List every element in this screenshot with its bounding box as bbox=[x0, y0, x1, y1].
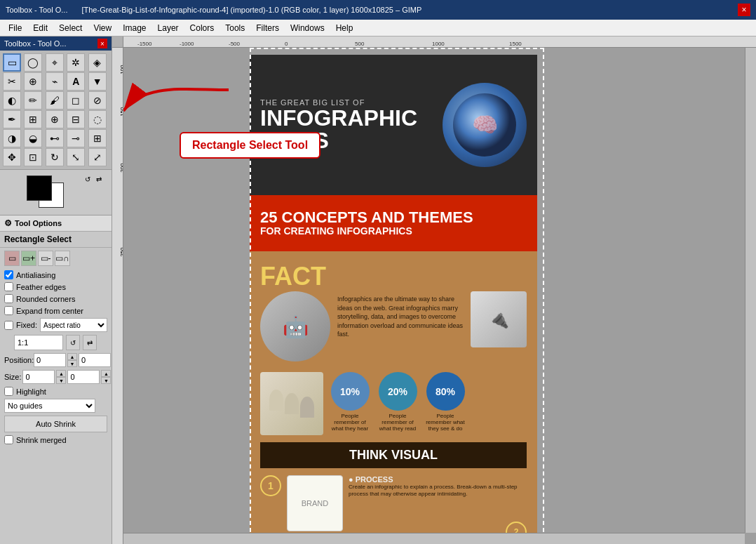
expand-center-checkbox[interactable] bbox=[4, 306, 13, 315]
tool-options-label: Tool Options bbox=[15, 219, 62, 227]
tool-ink[interactable]: ✒ bbox=[3, 110, 21, 128]
ratio-input[interactable] bbox=[14, 335, 63, 350]
tool-options-title: ⚙ Tool Options bbox=[0, 215, 112, 232]
position-x-input[interactable] bbox=[34, 353, 66, 367]
process-number: 1 bbox=[260, 475, 281, 496]
tool-persp-clone[interactable]: ⊟ bbox=[67, 110, 85, 128]
position-x-down[interactable]: ▼ bbox=[67, 360, 77, 367]
mode-replace[interactable]: ▭ bbox=[4, 251, 20, 266]
infog-brown-section: FACT 🤖 Infographics are the ultimate way… bbox=[250, 251, 537, 533]
auto-shrink-button[interactable]: Auto Shrink bbox=[4, 416, 107, 432]
close-button[interactable]: × bbox=[738, 4, 750, 16]
stat-20-label: People remember of what they read bbox=[377, 413, 419, 432]
stat-10: 10% People remember of what they hear bbox=[329, 372, 371, 432]
process-info: ● PROCESS Create an infographic to expla… bbox=[349, 475, 527, 498]
tool-brush[interactable]: 🖌 bbox=[46, 91, 64, 110]
tool-free-select[interactable]: ⌖ bbox=[46, 53, 64, 72]
tool-smudge[interactable]: ◒ bbox=[24, 129, 42, 147]
tool-bucket[interactable]: ▼ bbox=[88, 72, 107, 91]
size-h-down[interactable]: ▼ bbox=[101, 377, 111, 384]
ratio-reset-button[interactable]: ↺ bbox=[66, 335, 80, 350]
fixed-label: Fixed: bbox=[16, 321, 37, 329]
tool-color-picker[interactable]: ⊸ bbox=[67, 129, 85, 147]
toolbox-close[interactable]: × bbox=[97, 39, 107, 48]
tool-rect-select[interactable]: ▭ bbox=[3, 53, 21, 72]
menu-item-view[interactable]: View bbox=[88, 22, 117, 34]
fact-title: FACT bbox=[260, 262, 527, 291]
mode-buttons-row: ▭ ▭+ ▭- ▭∩ bbox=[0, 248, 112, 269]
ruler-corner bbox=[112, 37, 123, 48]
tool-fg-select[interactable]: ⊕ bbox=[24, 72, 42, 91]
circle-20: 20% bbox=[379, 372, 417, 411]
infog-red-text: 25 CONCEPTS AND THEMES FOR CREATING INFO… bbox=[260, 209, 473, 237]
menu-item-tools[interactable]: Tools bbox=[220, 22, 250, 34]
menu-item-windows[interactable]: Windows bbox=[285, 22, 330, 34]
size-row: Size: ▲ ▼ ▲ ▼ px%in bbox=[0, 369, 112, 385]
size-h-input[interactable] bbox=[67, 370, 100, 384]
circle-10: 10% bbox=[331, 372, 370, 411]
menu-item-file[interactable]: File bbox=[3, 22, 27, 34]
fixed-select[interactable]: Aspect ratio Width Height Size bbox=[40, 318, 107, 332]
tool-crop[interactable]: ⊡ bbox=[24, 148, 42, 166]
foreground-color[interactable] bbox=[27, 175, 52, 201]
horizontal-scrollbar[interactable] bbox=[123, 533, 745, 544]
menu-item-help[interactable]: Help bbox=[330, 22, 359, 34]
robot-image: 🤖 bbox=[260, 291, 330, 361]
position-x-up[interactable]: ▲ bbox=[67, 353, 77, 360]
size-label: Size: bbox=[4, 373, 21, 381]
size-w-down[interactable]: ▼ bbox=[56, 377, 66, 384]
swap-colors[interactable]: ⇄ bbox=[96, 175, 102, 183]
menu-item-select[interactable]: Select bbox=[53, 22, 88, 34]
ratio-swap-button[interactable]: ⇄ bbox=[83, 335, 97, 350]
highlight-checkbox[interactable] bbox=[4, 387, 13, 396]
menu-item-filters[interactable]: Filters bbox=[250, 22, 285, 34]
size-w-input[interactable] bbox=[22, 370, 55, 384]
tool-text[interactable]: A bbox=[67, 72, 85, 91]
infog-top-text: THE GREAT BIG LIST OF INFOGRAPHIC IDEAS bbox=[260, 98, 436, 152]
tool-ellipse-select[interactable]: ◯ bbox=[24, 53, 42, 72]
antialiasing-checkbox[interactable] bbox=[4, 270, 13, 279]
size-h-up[interactable]: ▲ bbox=[101, 370, 111, 377]
tool-measure[interactable]: ⊷ bbox=[46, 129, 64, 147]
tool-select-by-color[interactable]: ◈ bbox=[88, 53, 107, 72]
tool-paths[interactable]: ⌁ bbox=[46, 72, 64, 91]
mode-subtract[interactable]: ▭- bbox=[38, 251, 53, 266]
tool-fuzzy-select[interactable]: ✲ bbox=[67, 53, 85, 72]
menu-item-image[interactable]: Image bbox=[117, 22, 151, 34]
feather-edges-checkbox[interactable] bbox=[4, 282, 13, 291]
tool-shear[interactable]: ⤢ bbox=[88, 148, 107, 166]
position-y-input[interactable] bbox=[79, 353, 111, 367]
menu-item-layer[interactable]: Layer bbox=[152, 22, 184, 34]
tool-align[interactable]: ⊞ bbox=[88, 129, 107, 147]
tool-scale[interactable]: ⤡ bbox=[67, 148, 85, 166]
tool-pencil[interactable]: ✏ bbox=[24, 91, 42, 110]
tool-eraser[interactable]: ◻ bbox=[67, 91, 85, 110]
tool-scissors[interactable]: ✂ bbox=[3, 72, 21, 91]
brain-image: 🧠 bbox=[443, 83, 527, 167]
tool-heal[interactable]: ⊕ bbox=[46, 110, 64, 128]
tool-airbrush[interactable]: ⊘ bbox=[88, 91, 107, 110]
rounded-corners-checkbox[interactable] bbox=[4, 294, 13, 303]
tool-rotate[interactable]: ↻ bbox=[46, 148, 64, 166]
tool-blur[interactable]: ◌ bbox=[88, 110, 107, 128]
mode-intersect[interactable]: ▭∩ bbox=[55, 251, 70, 266]
mode-add[interactable]: ▭+ bbox=[21, 251, 36, 266]
tool-blend[interactable]: ◐ bbox=[3, 91, 21, 110]
think-visual: THINK VISUAL bbox=[260, 442, 527, 468]
faces-image bbox=[260, 372, 323, 435]
expand-center-label: Expand from center bbox=[16, 307, 83, 315]
position-label: Position: bbox=[4, 356, 32, 364]
size-h-spinner: ▲ ▼ bbox=[101, 370, 111, 384]
size-w-up[interactable]: ▲ bbox=[56, 370, 66, 377]
shrink-merged-checkbox[interactable] bbox=[4, 435, 13, 444]
reset-colors[interactable]: ↺ bbox=[85, 175, 90, 183]
tool-clone[interactable]: ⊞ bbox=[24, 110, 42, 128]
fixed-checkbox[interactable] bbox=[4, 321, 13, 330]
tool-move[interactable]: ✥ bbox=[3, 148, 21, 166]
menu-item-edit[interactable]: Edit bbox=[27, 22, 53, 34]
guides-select[interactable]: No guides Center lines Rule of thirds Go… bbox=[4, 399, 95, 413]
rounded-corners-label: Rounded corners bbox=[16, 295, 75, 303]
ruler-vertical: 100 150 200 250 bbox=[112, 48, 123, 544]
menu-item-colors[interactable]: Colors bbox=[184, 22, 220, 34]
tool-dodge[interactable]: ◑ bbox=[3, 129, 21, 147]
